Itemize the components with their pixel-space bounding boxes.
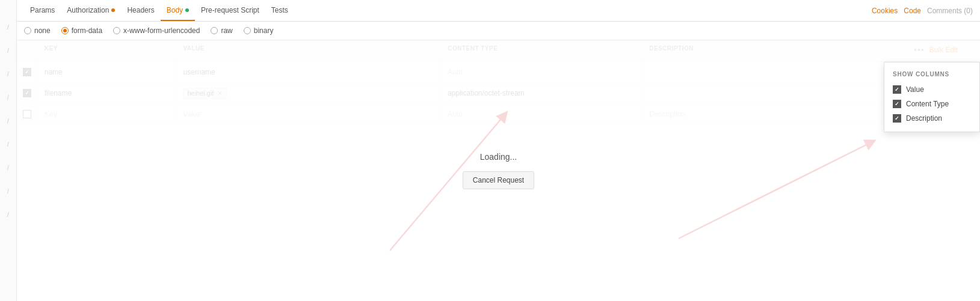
tab-authorization[interactable]: Authorization [61, 0, 121, 21]
sidebar-line: / [7, 118, 9, 124]
sidebar-line: / [7, 165, 9, 171]
tab-tests[interactable]: Tests [265, 0, 294, 21]
radio-circle-urlencoded [113, 27, 120, 34]
show-columns-dropdown: SHOW COLUMNS Value Content Type Descript… [884, 62, 980, 132]
tab-body[interactable]: Body [161, 0, 195, 21]
sidebar-line: / [7, 141, 9, 148]
radio-binary[interactable]: binary [244, 26, 274, 35]
code-link[interactable]: Code [904, 7, 921, 15]
tab-bar-right-actions: Cookies Code Comments (0) [872, 0, 973, 21]
radio-circle-binary [244, 27, 251, 34]
sidebar: / / / / / / / / / [0, 0, 17, 301]
sidebar-line: / [7, 47, 9, 54]
show-columns-value[interactable]: Value [884, 82, 979, 97]
radio-circle-form-data [61, 27, 69, 34]
radio-none[interactable]: none [24, 26, 51, 35]
cookies-link[interactable]: Cookies [872, 7, 898, 15]
sidebar-line: / [7, 71, 9, 78]
tab-pre-request-script[interactable]: Pre-request Script [195, 0, 265, 21]
show-columns-title: SHOW COLUMNS [884, 68, 979, 82]
radio-circle-raw [211, 27, 218, 34]
loading-overlay: Loading... Cancel Request [17, 40, 980, 301]
tab-bar: Params Authorization Headers Body Pre-re… [17, 0, 980, 22]
show-columns-value-checkbox[interactable] [893, 85, 901, 94]
radio-urlencoded[interactable]: x-www-form-urlencoded [113, 26, 200, 35]
body-type-bar: none form-data x-www-form-urlencoded raw… [17, 22, 980, 40]
show-columns-description-checkbox[interactable] [893, 114, 901, 123]
tab-headers[interactable]: Headers [121, 0, 160, 21]
tab-params[interactable]: Params [24, 0, 61, 21]
show-columns-content-type[interactable]: Content Type [884, 97, 979, 111]
sidebar-line: / [7, 211, 9, 218]
show-columns-description[interactable]: Description [884, 111, 979, 126]
cancel-request-button[interactable]: Cancel Request [463, 171, 534, 189]
body-dot [185, 8, 189, 12]
comments-link[interactable]: Comments (0) [927, 7, 973, 15]
sidebar-line: / [7, 24, 9, 31]
authorization-dot [111, 8, 115, 12]
radio-raw[interactable]: raw [211, 26, 232, 35]
radio-circle-none [24, 27, 31, 34]
show-columns-content-type-checkbox[interactable] [893, 100, 901, 108]
sidebar-line: / [7, 188, 9, 195]
radio-form-data[interactable]: form-data [61, 26, 102, 35]
sidebar-line: / [7, 94, 9, 101]
loading-text: Loading... [480, 152, 517, 162]
